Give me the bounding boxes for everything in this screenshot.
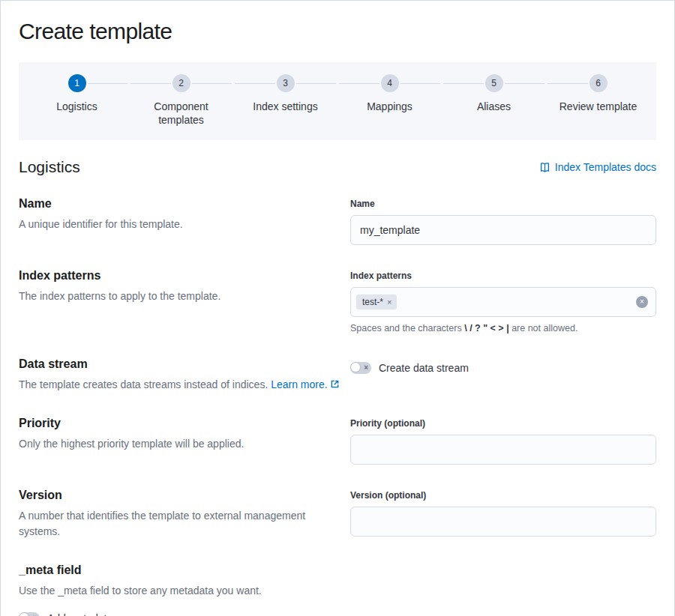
learn-more-link[interactable]: Learn more. (271, 378, 338, 390)
priority-input[interactable] (350, 435, 656, 465)
clear-all-icon[interactable]: × (636, 296, 648, 308)
docs-link-label: Index Templates docs (555, 161, 656, 173)
step-label: Logistics (56, 100, 97, 113)
section-header: Logistics Index Templates docs (19, 158, 656, 176)
index-templates-docs-link[interactable]: Index Templates docs (539, 161, 656, 173)
meta-row-title: _meta field (19, 564, 340, 577)
data-stream-row-title: Data stream (19, 357, 340, 371)
step-number: 5 (485, 74, 503, 92)
step-logistics[interactable]: 1 Logistics (25, 74, 129, 127)
step-review-template[interactable]: 6 Review template (546, 74, 650, 127)
form-row-version: Version A number that identifies the tem… (19, 489, 656, 540)
step-number: 2 (172, 74, 190, 92)
version-field-label: Version (optional) (350, 490, 656, 501)
external-link-icon (331, 378, 339, 390)
index-pattern-pill-text: test-* (362, 296, 383, 308)
form-row-name: Name A unique identifier for this templa… (19, 197, 656, 245)
index-pattern-pill: test-* × (356, 295, 397, 309)
step-mappings[interactable]: 4 Mappings (338, 74, 442, 127)
version-input[interactable] (350, 507, 656, 537)
version-row-description: A number that identifies the template to… (19, 508, 340, 540)
data-stream-row-description: The template creates data streams instea… (19, 377, 340, 393)
toggle-off-icon: × (32, 613, 37, 616)
version-row-title: Version (19, 489, 340, 502)
meta-row-description: Use the _meta field to store any metadat… (19, 583, 340, 599)
form-row-meta: _meta field Use the _meta field to store… (19, 564, 656, 616)
name-field-label: Name (350, 199, 656, 209)
create-data-stream-label: Create data stream (379, 362, 469, 374)
toggle-off-icon: × (364, 363, 368, 373)
name-row-description: A unique identifier for this template. (19, 217, 340, 232)
toggle-thumb (350, 362, 361, 372)
index-patterns-row-description: The index patterns to apply to the templ… (19, 289, 340, 304)
step-label: Aliases (477, 100, 511, 113)
name-input[interactable] (350, 215, 656, 245)
add-metadata-label: Add metadata (47, 612, 112, 616)
toggle-thumb (19, 612, 29, 616)
name-row-title: Name (19, 197, 340, 211)
step-number: 4 (381, 74, 399, 92)
form-row-priority: Priority Only the highest priority templ… (19, 417, 656, 465)
add-metadata-toggle[interactable]: × (19, 612, 40, 616)
disallowed-characters: \ / ? " < > | (464, 323, 508, 333)
index-patterns-help-text: Spaces and the characters \ / ? " < > | … (350, 323, 656, 333)
priority-row-description: Only the highest priority template will … (19, 436, 340, 452)
step-label: Index settings (253, 100, 317, 113)
step-number: 1 (68, 74, 86, 92)
step-label: Mappings (367, 100, 412, 113)
index-patterns-field-label: Index patterns (350, 271, 656, 281)
step-label: Component templates (140, 100, 224, 127)
step-aliases[interactable]: 5 Aliases (442, 74, 546, 127)
remove-pattern-icon[interactable]: × (385, 296, 394, 308)
step-component-templates[interactable]: 2 Component templates (129, 74, 233, 127)
step-number: 6 (590, 74, 608, 92)
create-data-stream-toggle[interactable]: × (350, 362, 371, 374)
create-template-page: Create template 1 Logistics 2 Component … (0, 0, 675, 616)
meta-toggle-row: × Add metadata (19, 612, 340, 616)
priority-field-label: Priority (optional) (350, 418, 656, 429)
step-label: Review template (560, 100, 638, 113)
form-row-data-stream: Data stream The template creates data st… (19, 357, 656, 393)
documentation-icon (539, 162, 550, 173)
priority-row-title: Priority (19, 417, 340, 430)
data-stream-toggle-row: × Create data stream (350, 362, 656, 374)
form-row-index-patterns: Index patterns The index patterns to app… (19, 269, 656, 333)
step-index-settings[interactable]: 3 Index settings (233, 74, 338, 127)
page-title: Create template (19, 19, 656, 44)
index-patterns-combobox[interactable]: test-* × × (350, 287, 656, 317)
index-patterns-row-title: Index patterns (19, 269, 340, 283)
wizard-stepper: 1 Logistics 2 Component templates 3 Inde… (19, 62, 656, 140)
section-title: Logistics (19, 158, 80, 176)
step-number: 3 (277, 74, 295, 92)
